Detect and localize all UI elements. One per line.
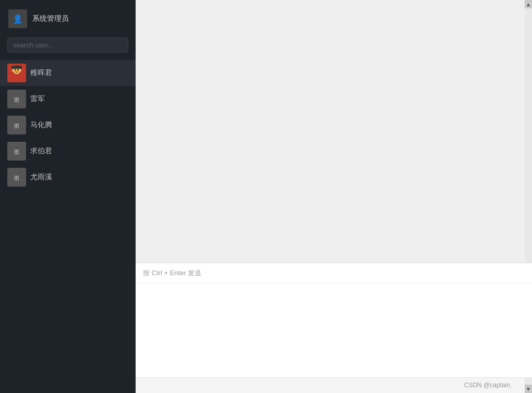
footer-bar: CSDN @captain、 [136, 377, 532, 393]
user-name: 马化腾 [30, 120, 52, 130]
svg-text:图: 图 [14, 149, 19, 155]
user-name: 雷军 [30, 94, 45, 104]
avatar: 图 [7, 116, 26, 134]
footer-text: CSDN @captain、 [464, 381, 516, 390]
user-name: 稚晖君 [30, 68, 52, 78]
svg-point-5 [15, 69, 16, 71]
svg-text:图: 图 [14, 97, 19, 103]
user-name: 求伯君 [30, 146, 52, 156]
main-content: ▲ ▼ 按 Ctrl + Enter 发送 CSDN @captain、 [136, 0, 532, 393]
search-container [0, 34, 136, 58]
scroll-up-button[interactable]: ▲ [525, 0, 532, 8]
avatar [7, 64, 26, 82]
list-item[interactable]: 稚晖君 [0, 60, 136, 86]
sidebar-username: 系统管理员 [32, 14, 69, 23]
svg-text:图: 图 [14, 175, 19, 181]
list-item[interactable]: 图 雷军 [0, 86, 136, 112]
svg-text:图: 图 [14, 123, 19, 129]
user-list: 稚晖君 图 雷军 图 马化腾 [0, 58, 136, 393]
sidebar: 👤 系统管理员 稚晖君 [0, 0, 136, 393]
avatar: 图 [7, 168, 26, 187]
svg-rect-7 [11, 66, 22, 69]
svg-point-9 [19, 69, 21, 71]
chat-area [136, 0, 532, 263]
svg-text:👤: 👤 [13, 14, 23, 24]
scroll-down-button[interactable]: ▼ [525, 385, 532, 393]
message-input[interactable] [136, 284, 532, 377]
list-item[interactable]: 图 求伯君 [0, 138, 136, 164]
input-area: 按 Ctrl + Enter 发送 [136, 263, 532, 377]
input-hint: 按 Ctrl + Enter 发送 [136, 263, 532, 284]
sidebar-header: 👤 系统管理员 [0, 0, 136, 34]
search-input[interactable] [7, 38, 128, 53]
user-name: 尤雨溪 [30, 173, 52, 182]
avatar: 图 [7, 142, 26, 161]
svg-point-6 [18, 69, 19, 71]
svg-point-8 [12, 69, 14, 71]
list-item[interactable]: 图 尤雨溪 [0, 164, 136, 190]
admin-avatar: 👤 [8, 9, 27, 28]
list-item[interactable]: 图 马化腾 [0, 112, 136, 138]
avatar: 图 [7, 90, 26, 108]
